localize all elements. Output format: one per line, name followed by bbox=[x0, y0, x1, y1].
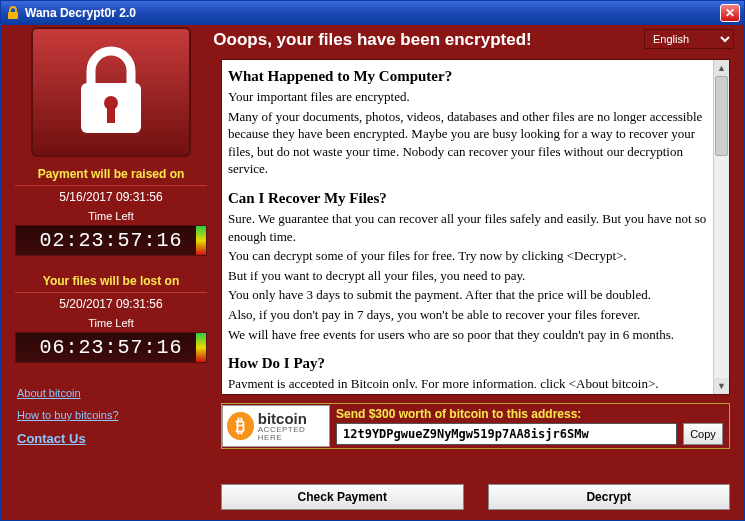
info-h3: How Do I Pay? bbox=[228, 353, 711, 373]
scroll-down-icon[interactable]: ▼ bbox=[714, 378, 729, 394]
scroll-thumb[interactable] bbox=[715, 76, 728, 156]
bitcoin-badge: ₿ bitcoin ACCEPTED HERE bbox=[222, 405, 330, 447]
titlebar: Wana Decrypt0r 2.0 ✕ bbox=[1, 1, 744, 25]
lock-icon bbox=[71, 45, 151, 140]
decrypt-button[interactable]: Decrypt bbox=[488, 484, 731, 510]
bitcoin-icon: ₿ bbox=[227, 412, 254, 440]
action-buttons: Check Payment Decrypt bbox=[221, 484, 730, 510]
time-left-label: Time Left bbox=[15, 210, 207, 222]
close-button[interactable]: ✕ bbox=[720, 4, 740, 22]
app-window: Wana Decrypt0r 2.0 ✕ Ooops, your files h… bbox=[0, 0, 745, 521]
window-title: Wana Decrypt0r 2.0 bbox=[25, 6, 720, 20]
info-p3: Sure. We guarantee that you can recover … bbox=[228, 210, 711, 245]
app-icon bbox=[5, 5, 21, 21]
info-panel: What Happened to My Computer? Your impor… bbox=[221, 59, 730, 395]
info-p2: Many of your documents, photos, videos, … bbox=[228, 108, 711, 178]
info-p4: You can decrypt some of your files for f… bbox=[228, 247, 711, 265]
send-label: Send $300 worth of bitcoin to this addre… bbox=[336, 407, 723, 421]
countdown-lost-header: Your files will be lost on bbox=[15, 274, 207, 293]
info-p5: But if you want to decrypt all your file… bbox=[228, 267, 711, 285]
scrollbar[interactable]: ▲ ▼ bbox=[713, 60, 729, 394]
svg-rect-3 bbox=[107, 105, 115, 123]
language-select[interactable]: English bbox=[644, 29, 734, 49]
info-p7: Also, if you don't pay in 7 days, you wo… bbox=[228, 306, 711, 324]
links: About bitcoin How to buy bitcoins? Conta… bbox=[11, 387, 211, 446]
about-bitcoin-link[interactable]: About bitcoin bbox=[17, 387, 211, 399]
how-buy-bitcoins-link[interactable]: How to buy bitcoins? bbox=[17, 409, 211, 421]
countdown-payment-timer: 02:23:57:16 bbox=[15, 225, 207, 256]
info-p9: Payment is accepted in Bitcoin only. For… bbox=[228, 375, 711, 388]
lock-graphic bbox=[31, 27, 191, 157]
info-p1: Your important files are encrypted. bbox=[228, 88, 711, 106]
info-h2: Can I Recover My Files? bbox=[228, 188, 711, 208]
bitcoin-box: ₿ bitcoin ACCEPTED HERE Send $300 worth … bbox=[221, 403, 730, 449]
countdown-lost-timer: 06:23:57:16 bbox=[15, 332, 207, 363]
bitcoin-address[interactable]: 12t9YDPgwueZ9NyMgw519p7AA8isjr6SMw bbox=[336, 423, 677, 445]
info-h1: What Happened to My Computer? bbox=[228, 66, 711, 86]
left-column: Payment will be raised on 5/16/2017 09:3… bbox=[11, 25, 211, 456]
countdown-lost-date: 5/20/2017 09:31:56 bbox=[15, 297, 207, 311]
contact-us-link[interactable]: Contact Us bbox=[17, 431, 211, 446]
svg-rect-0 bbox=[8, 12, 18, 19]
countdown-payment: Payment will be raised on 5/16/2017 09:3… bbox=[11, 163, 211, 264]
header-title: Ooops, your files have been encrypted! bbox=[213, 30, 531, 50]
window-body: Ooops, your files have been encrypted! E… bbox=[1, 25, 744, 520]
copy-button[interactable]: Copy bbox=[683, 423, 723, 445]
info-p8: We will have free events for users who a… bbox=[228, 326, 711, 344]
countdown-payment-header: Payment will be raised on bbox=[15, 167, 207, 186]
scroll-up-icon[interactable]: ▲ bbox=[714, 60, 729, 76]
bitcoin-badge-bottom: ACCEPTED HERE bbox=[258, 426, 329, 442]
bitcoin-badge-top: bitcoin bbox=[258, 411, 329, 426]
countdown-payment-date: 5/16/2017 09:31:56 bbox=[15, 190, 207, 204]
time-left-label: Time Left bbox=[15, 317, 207, 329]
countdown-lost: Your files will be lost on 5/20/2017 09:… bbox=[11, 270, 211, 371]
info-p6: You only have 3 days to submit the payme… bbox=[228, 286, 711, 304]
check-payment-button[interactable]: Check Payment bbox=[221, 484, 464, 510]
